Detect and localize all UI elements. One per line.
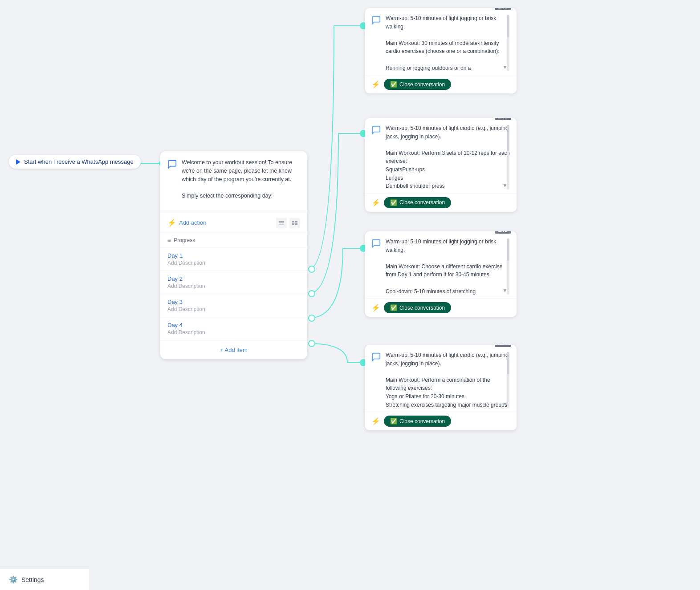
response-card-2: END Warm-up: 5-10 minutes of light cardi…: [365, 118, 517, 212]
response-text-1: Warm-up: 5-10 minutes of light jogging o…: [386, 14, 510, 72]
message-text: Welcome to your workout session! To ensu…: [182, 158, 300, 200]
end-badge-2: END: [495, 118, 511, 120]
scrollbar-4[interactable]: [507, 352, 509, 408]
play-icon: [16, 159, 20, 165]
day-items-list: Day 1 Add Description Day 2 Add Descript…: [160, 248, 307, 340]
svg-point-1: [309, 266, 315, 272]
day-4-desc: Add Description: [167, 329, 300, 335]
settings-gear-icon: ⚙️: [9, 575, 18, 584]
svg-rect-14: [292, 221, 294, 222]
response-card-4: END Warm-up: 5-10 minutes of light cardi…: [365, 345, 517, 430]
add-item-button[interactable]: + Add item: [220, 347, 248, 353]
scrollbar-3[interactable]: [507, 238, 509, 295]
bolt-icon-1: ⚡: [371, 80, 380, 89]
day-3-title: Day 3: [167, 299, 300, 305]
end-badge-1: END: [495, 8, 511, 10]
response-chat-icon-3: [371, 238, 381, 248]
close-conversation-button-1[interactable]: ✅ Close conversation: [384, 79, 451, 90]
scroll-arrow-4: ▼: [502, 401, 508, 407]
day-2-title: Day 2: [167, 275, 300, 282]
svg-rect-17: [295, 223, 297, 225]
day-1-title: Day 1: [167, 252, 300, 259]
response-chat-icon-4: [371, 352, 381, 362]
view-toggle: [276, 218, 300, 228]
grid-view-button[interactable]: [289, 218, 300, 228]
list-view-button[interactable]: [276, 218, 287, 228]
message-card: Welcome to your workout session! To ensu…: [160, 151, 307, 359]
response-card-footer-1: ⚡ ✅ Close conversation: [365, 75, 517, 93]
close-conversation-button-4[interactable]: ✅ Close conversation: [384, 416, 451, 427]
chat-bubble-icon: [167, 159, 177, 169]
message-actions: ⚡ Add action: [160, 213, 307, 233]
svg-rect-15: [295, 221, 297, 222]
add-item-row: + Add item: [160, 340, 307, 359]
check-icon-3: ✅: [390, 304, 397, 311]
bolt-icon: ⚡: [167, 218, 176, 227]
svg-point-4: [309, 340, 315, 347]
day-item-2[interactable]: Day 2 Add Description: [160, 271, 307, 294]
check-icon-1: ✅: [390, 81, 397, 88]
scroll-arrow-1: ▼: [502, 64, 508, 70]
response-card-1: END Warm-up: 5-10 minutes of light joggi…: [365, 8, 517, 93]
day-3-desc: Add Description: [167, 306, 300, 312]
svg-point-2: [309, 291, 315, 297]
add-action-button[interactable]: ⚡ Add action: [167, 218, 206, 227]
close-conversation-button-3[interactable]: ✅ Close conversation: [384, 302, 451, 313]
svg-rect-11: [279, 221, 284, 222]
svg-rect-16: [292, 223, 294, 225]
scrollbar-2[interactable]: [507, 125, 509, 190]
check-icon-4: ✅: [390, 418, 397, 424]
check-icon-2: ✅: [390, 199, 397, 206]
response-text-4: Warm-up: 5-10 minutes of light cardio (e…: [386, 351, 510, 409]
response-text-3: Warm-up: 5-10 minutes of light jogging o…: [386, 238, 510, 295]
day-1-desc: Add Description: [167, 260, 300, 266]
bolt-icon-4: ⚡: [371, 417, 380, 425]
day-item-4[interactable]: Day 4 Add Description: [160, 317, 307, 340]
settings-footer[interactable]: ⚙️ Settings: [0, 569, 89, 590]
svg-rect-12: [279, 222, 284, 223]
response-card-footer-4: ⚡ ✅ Close conversation: [365, 412, 517, 430]
response-text-2: Warm-up: 5-10 minutes of light cardio (e…: [386, 124, 510, 190]
response-card-3: END Warm-up: 5-10 minutes of light joggi…: [365, 231, 517, 317]
start-node-label: Start when I receive a WhatsApp message: [24, 158, 134, 165]
start-node: Start when I receive a WhatsApp message: [9, 155, 141, 169]
close-conversation-button-2[interactable]: ✅ Close conversation: [384, 197, 451, 208]
scroll-arrow-2: ▼: [502, 182, 508, 189]
day-2-desc: Add Description: [167, 283, 300, 289]
response-card-footer-2: ⚡ ✅ Close conversation: [365, 193, 517, 212]
svg-point-3: [309, 315, 315, 321]
response-chat-icon-2: [371, 125, 381, 135]
end-badge-3: END: [495, 231, 511, 234]
scrollbar-1[interactable]: [507, 15, 509, 71]
day-4-title: Day 4: [167, 322, 300, 328]
day-item-1[interactable]: Day 1 Add Description: [160, 248, 307, 271]
response-card-footer-3: ⚡ ✅ Close conversation: [365, 298, 517, 317]
settings-label: Settings: [21, 576, 44, 583]
progress-row: ≡ Progress: [160, 233, 307, 248]
end-badge-4: END: [495, 345, 511, 347]
day-item-3[interactable]: Day 3 Add Description: [160, 294, 307, 317]
bolt-icon-3: ⚡: [371, 303, 380, 312]
svg-rect-13: [279, 224, 284, 225]
bolt-icon-2: ⚡: [371, 198, 380, 207]
scroll-arrow-3: ▼: [502, 287, 508, 294]
progress-lines-icon: ≡: [167, 237, 171, 244]
response-chat-icon-1: [371, 15, 381, 25]
